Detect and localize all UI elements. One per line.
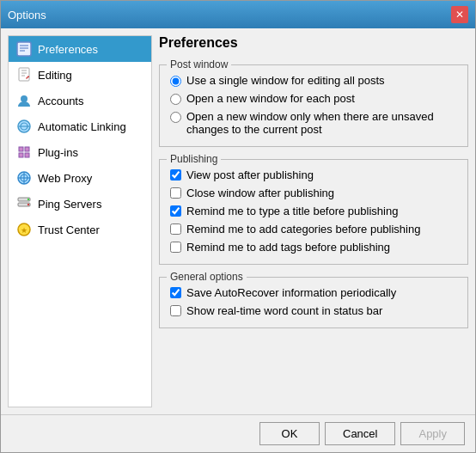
svg-point-6 <box>21 95 27 102</box>
sidebar-item-accounts[interactable]: Accounts <box>9 88 151 113</box>
svg-rect-11 <box>19 153 23 157</box>
sidebar-item-editing[interactable]: Editing <box>9 62 151 88</box>
titlebar-title: Options <box>8 9 46 21</box>
cancel-button[interactable]: Cancel <box>325 422 395 445</box>
trust-center-icon: ★ <box>15 221 33 238</box>
post-window-label: Post window <box>167 58 231 70</box>
sidebar-item-plug-ins[interactable]: Plug-ins <box>9 139 151 165</box>
checkbox-autorecover[interactable] <box>170 287 181 298</box>
apply-button[interactable]: Apply <box>400 422 465 445</box>
sidebar-label-trust-center: Trust Center <box>38 223 100 236</box>
checkbox-option-view-after[interactable]: View post after publishing <box>170 168 457 181</box>
sidebar-label-plug-ins: Plug-ins <box>38 146 78 159</box>
publishing-label: Publishing <box>167 153 221 165</box>
sidebar: PreferencesEditingAccountsAutomatic Link… <box>8 35 152 407</box>
checkbox-label-close-after: Close window after publishing <box>186 187 334 199</box>
sidebar-label-editing: Editing <box>38 69 72 82</box>
preferences-icon <box>15 40 33 58</box>
sidebar-label-ping-servers: Ping Servers <box>38 198 101 211</box>
checkbox-option-close-after[interactable]: Close window after publishing <box>170 187 457 199</box>
radio-new-window-unsaved[interactable] <box>170 112 181 123</box>
checkbox-option-autorecover[interactable]: Save AutoRecover information periodicall… <box>170 286 457 299</box>
web-proxy-icon <box>15 169 33 187</box>
general-label: General options <box>167 271 247 283</box>
checkbox-option-remind-tags[interactable]: Remind me to add tags before publishing <box>170 241 457 254</box>
checkbox-label-remind-tags: Remind me to add tags before publishing <box>186 241 390 254</box>
dialog-body: PreferencesEditingAccountsAutomatic Link… <box>1 28 475 414</box>
options-dialog: Options ✕ PreferencesEditingAccountsAuto… <box>0 0 476 453</box>
checkbox-option-remind-title[interactable]: Remind me to type a title before publish… <box>170 205 457 217</box>
radio-label-single-window: Use a single window for editing all post… <box>186 74 385 87</box>
radio-option-new-window-unsaved[interactable]: Open a new window only when there are un… <box>170 110 457 136</box>
ok-button[interactable]: OK <box>259 422 320 445</box>
radio-option-new-window-each[interactable]: Open a new window for each post <box>170 92 457 105</box>
checkbox-remind-tags[interactable] <box>170 242 181 253</box>
titlebar: Options ✕ <box>1 1 475 28</box>
sidebar-label-web-proxy: Web Proxy <box>38 172 92 185</box>
checkbox-label-wordcount: Show real-time word count in status bar <box>186 304 382 317</box>
svg-rect-4 <box>19 68 29 81</box>
checkbox-label-remind-categories: Remind me to add categories before publi… <box>186 223 420 236</box>
checkbox-option-wordcount[interactable]: Show real-time word count in status bar <box>170 304 457 317</box>
sidebar-item-preferences[interactable]: Preferences <box>9 36 151 62</box>
radio-single-window[interactable] <box>170 76 181 87</box>
svg-point-19 <box>27 204 29 205</box>
post-window-group: Post window Use a single window for edit… <box>159 64 468 147</box>
accounts-icon <box>15 92 33 109</box>
sidebar-item-web-proxy[interactable]: Web Proxy <box>9 165 151 191</box>
radio-label-new-window-unsaved: Open a new window only when there are un… <box>186 110 457 136</box>
radio-option-single-window[interactable]: Use a single window for editing all post… <box>170 74 457 87</box>
checkbox-option-remind-categories[interactable]: Remind me to add categories before publi… <box>170 223 457 236</box>
sidebar-item-trust-center[interactable]: ★Trust Center <box>9 217 151 242</box>
checkbox-close-after[interactable] <box>170 187 181 199</box>
sidebar-label-preferences: Preferences <box>38 43 98 56</box>
checkbox-label-autorecover: Save AutoRecover information periodicall… <box>186 286 396 299</box>
ping-servers-icon <box>15 195 33 212</box>
svg-rect-12 <box>25 153 29 157</box>
checkbox-wordcount[interactable] <box>170 305 181 316</box>
svg-text:★: ★ <box>21 226 27 235</box>
svg-point-18 <box>27 199 29 200</box>
plug-ins-icon <box>15 144 33 161</box>
sidebar-label-accounts: Accounts <box>38 95 83 107</box>
main-content: Preferences Post window Use a single win… <box>159 35 468 407</box>
sidebar-item-automatic-linking[interactable]: Automatic Linking <box>9 113 151 139</box>
sidebar-item-ping-servers[interactable]: Ping Servers <box>9 191 151 217</box>
dialog-footer: OK Cancel Apply <box>1 414 475 452</box>
editing-icon <box>15 66 33 83</box>
svg-rect-9 <box>19 147 23 151</box>
checkbox-remind-title[interactable] <box>170 205 181 217</box>
radio-label-new-window-each: Open a new window for each post <box>186 92 355 105</box>
checkbox-remind-categories[interactable] <box>170 223 181 235</box>
sidebar-label-automatic-linking: Automatic Linking <box>38 120 126 133</box>
close-button[interactable]: ✕ <box>451 6 468 23</box>
publishing-group: Publishing View post after publishingClo… <box>159 159 468 265</box>
section-title: Preferences <box>159 35 468 51</box>
svg-line-5 <box>28 77 29 77</box>
svg-rect-0 <box>17 42 31 56</box>
svg-rect-10 <box>25 147 29 151</box>
checkbox-label-remind-title: Remind me to type a title before publish… <box>186 205 398 217</box>
checkbox-label-view-after: View post after publishing <box>186 168 314 181</box>
checkbox-view-after[interactable] <box>170 169 181 181</box>
automatic-linking-icon <box>15 118 33 135</box>
radio-new-window-each[interactable] <box>170 94 181 105</box>
general-group: General options Save AutoRecover informa… <box>159 277 468 328</box>
